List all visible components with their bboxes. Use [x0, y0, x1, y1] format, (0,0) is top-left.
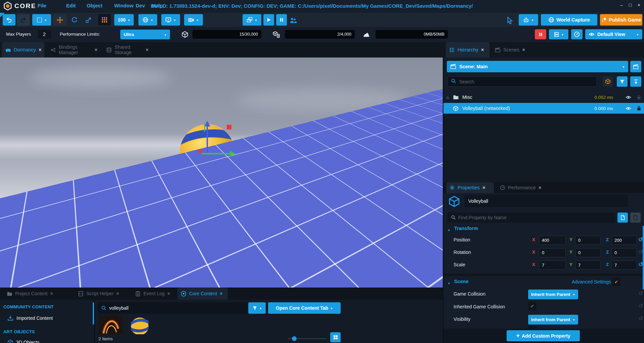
- scale-tool-button[interactable]: [82, 14, 95, 26]
- hierarchy-row-volleyball[interactable]: Volleyball (networked) 0.000 ms: [443, 103, 644, 114]
- close-tab-icon[interactable]: [116, 291, 119, 296]
- position-x-input[interactable]: 400: [539, 236, 566, 245]
- reset-inherited-collision-button[interactable]: [638, 302, 643, 309]
- content-filter-dropdown[interactable]: [248, 302, 266, 314]
- rotation-x-input[interactable]: 0: [539, 248, 566, 257]
- tab-performance[interactable]: Performance: [497, 182, 547, 193]
- section-collapse-icon[interactable]: [447, 280, 450, 285]
- gizmo-z-arrowhead[interactable]: [204, 121, 210, 126]
- close-tab-icon[interactable]: [167, 291, 170, 296]
- tab-event-log[interactable]: Event Log: [132, 288, 176, 300]
- close-tab-icon[interactable]: [482, 185, 485, 190]
- pause-button[interactable]: [276, 14, 287, 26]
- menu-dev[interactable]: Dev: [136, 3, 145, 8]
- play-button[interactable]: [263, 14, 274, 26]
- visibility-eye-icon[interactable]: [626, 106, 631, 111]
- close-tab-icon[interactable]: [220, 291, 222, 296]
- rotate-tool-button[interactable]: [68, 14, 81, 26]
- minimize-button[interactable]: [618, 2, 625, 8]
- redo-button[interactable]: [17, 14, 30, 26]
- position-z-input[interactable]: 200: [611, 236, 637, 245]
- hierarchy-row-misc[interactable]: Misc 0.052 ms: [443, 92, 644, 103]
- template-cube-button[interactable]: [603, 76, 613, 87]
- rotation-y-input[interactable]: 0: [575, 248, 601, 257]
- max-players-input[interactable]: [38, 30, 51, 39]
- gizmo-y-handle[interactable]: [199, 150, 203, 153]
- scale-y-input[interactable]: 7: [575, 261, 601, 270]
- copy-properties-button[interactable]: [617, 213, 628, 223]
- menu-file[interactable]: File: [38, 3, 46, 8]
- close-tab-icon[interactable]: [539, 185, 541, 190]
- inherited-game-collision-checkbox[interactable]: [528, 302, 536, 310]
- game-collision-dropdown[interactable]: Inherit from Parent: [528, 290, 578, 299]
- tab-hierarchy[interactable]: Hierarchy: [446, 42, 489, 58]
- close-tab-icon[interactable]: [50, 291, 53, 296]
- reset-game-collision-button[interactable]: [638, 290, 643, 297]
- grid-step-dropdown[interactable]: 100: [114, 14, 134, 26]
- lock-icon[interactable]: [636, 106, 642, 111]
- bot-dropdown[interactable]: [519, 14, 538, 26]
- rotation-z-input[interactable]: 0: [611, 248, 637, 257]
- result-thumbnail-art-object[interactable]: [98, 316, 123, 335]
- default-view-dropdown[interactable]: Default View: [585, 29, 642, 39]
- object-name-input[interactable]: [464, 195, 628, 207]
- grid-snap-button[interactable]: [98, 14, 111, 26]
- sidebar-item-3d-objects[interactable]: 3D Objects: [7, 339, 39, 343]
- world-capture-button[interactable]: World Capture: [541, 14, 597, 26]
- expand-caret-icon[interactable]: [447, 94, 449, 100]
- tab-core-content[interactable]: Core Content: [177, 288, 228, 300]
- close-tab-icon[interactable]: [95, 47, 97, 52]
- tab-project-content[interactable]: Project Content: [3, 288, 72, 300]
- scene-selector-dropdown[interactable]: Scene: Main: [447, 61, 628, 72]
- reset-visibility-button[interactable]: [638, 315, 643, 322]
- content-search-input[interactable]: [98, 302, 266, 314]
- collapse-all-button[interactable]: [630, 76, 641, 87]
- find-property-input[interactable]: [447, 213, 615, 223]
- close-tab-icon[interactable]: [522, 47, 525, 52]
- tab-properties[interactable]: Properties: [446, 182, 494, 193]
- close-button[interactable]: [635, 2, 643, 8]
- screen-mode-dropdown[interactable]: [161, 14, 180, 26]
- close-tab-icon[interactable]: [146, 47, 148, 52]
- hierarchy-filter-button[interactable]: [617, 76, 628, 87]
- multiplayer-preview-dropdown[interactable]: [243, 14, 261, 26]
- tab-shared-storage[interactable]: Shared Storage: [103, 42, 152, 58]
- server-dropdown[interactable]: [549, 29, 568, 39]
- performance-gauge-button[interactable]: [571, 29, 583, 39]
- properties-scrollbar-thumb[interactable]: [643, 226, 644, 290]
- tab-bindings-manager[interactable]: Bindings Manager: [47, 42, 101, 58]
- scale-z-input[interactable]: 7: [611, 261, 637, 270]
- tab-dormancy[interactable]: Dormancy: [2, 42, 44, 58]
- open-core-content-tab-button[interactable]: Open Core Content Tab: [268, 302, 341, 314]
- hierarchy-search-input[interactable]: [447, 76, 597, 87]
- sidebar-scrollbar-thumb[interactable]: [93, 302, 94, 325]
- menu-edit[interactable]: Edit: [66, 3, 76, 8]
- close-tab-icon[interactable]: [481, 47, 484, 52]
- visibility-dropdown[interactable]: Inherit from Parent: [528, 315, 578, 325]
- move-tool-button[interactable]: [53, 14, 67, 26]
- lock-icon[interactable]: [636, 94, 642, 100]
- tab-script-helper[interactable]: Script Helper: [75, 288, 130, 300]
- advanced-settings-checkbox[interactable]: [612, 278, 620, 286]
- menu-object[interactable]: Object: [87, 3, 102, 8]
- tab-scenes[interactable]: Scenes: [491, 42, 528, 58]
- sidebar-item-imported-content[interactable]: Imported Content: [7, 315, 53, 321]
- stop-pause-button[interactable]: [535, 29, 546, 39]
- add-custom-property-button[interactable]: Add Custom Property: [507, 330, 580, 341]
- world-mode-dropdown[interactable]: [138, 14, 157, 26]
- selection-mode-dropdown[interactable]: [32, 14, 51, 26]
- close-tab-icon[interactable]: [39, 47, 41, 52]
- menu-window[interactable]: Window: [114, 3, 133, 8]
- undo-button[interactable]: [3, 14, 15, 26]
- publish-game-button[interactable]: Publish Game: [600, 14, 642, 26]
- scenes-button[interactable]: [630, 61, 641, 72]
- viewport-3d[interactable]: [0, 58, 443, 288]
- scale-x-input[interactable]: 7: [539, 261, 566, 270]
- cursor-select-icon[interactable]: [506, 16, 514, 24]
- thumbnail-size-slider-handle[interactable]: [292, 336, 297, 341]
- visibility-eye-icon[interactable]: [626, 94, 631, 100]
- gizmo-plane-handle[interactable]: [227, 125, 231, 129]
- gizmo-x-arrowhead[interactable]: [230, 151, 236, 156]
- advanced-settings-link[interactable]: Advanced Settings: [572, 279, 611, 284]
- performance-limits-dropdown[interactable]: Ultra: [120, 30, 170, 39]
